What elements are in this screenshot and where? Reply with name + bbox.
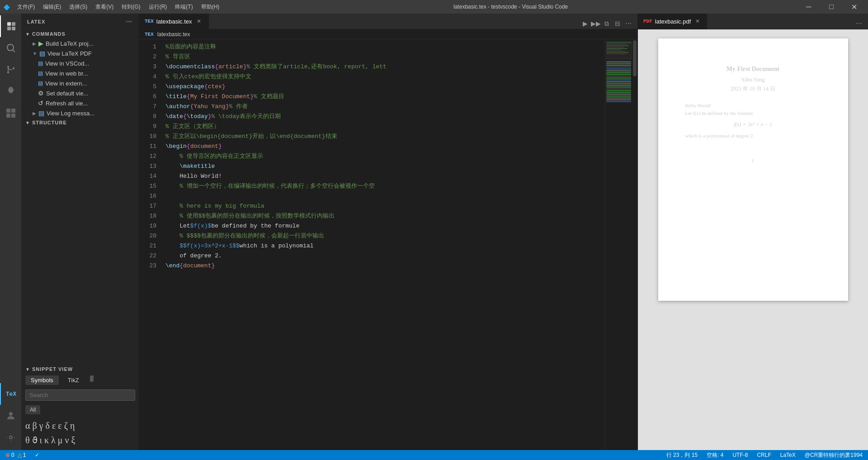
commands-section-header[interactable]: ▼ COMMANDS bbox=[22, 29, 139, 38]
statusbar: ⊗ 0 △ 1 ✓ 行 23，列 15 空格: 4 UTF-8 CRLF LaT… bbox=[0, 450, 868, 460]
pdf-formula-text1: Let f(x) be defined by the formule bbox=[685, 109, 821, 117]
pdf-formula: f(x) = 3x² + x − 1 bbox=[685, 120, 821, 128]
sidebar-more-button[interactable]: ⋯ bbox=[124, 17, 133, 26]
tab-filename: latexbasic.tex bbox=[156, 18, 192, 25]
menu-help[interactable]: 帮助(H) bbox=[198, 1, 223, 13]
activity-git[interactable] bbox=[0, 59, 22, 81]
breadcrumb-file[interactable]: latexbasic.tex bbox=[157, 31, 190, 38]
run-all-button[interactable]: ▶▶ bbox=[590, 18, 601, 29]
activity-account[interactable] bbox=[0, 405, 22, 427]
tab-tikz[interactable]: TikZ bbox=[62, 375, 85, 385]
layout-button[interactable]: ⊟ bbox=[612, 18, 623, 29]
line-num-8: 8 bbox=[139, 112, 156, 122]
run-button[interactable]: ▶ bbox=[580, 18, 590, 29]
scrollbar[interactable] bbox=[632, 39, 637, 450]
code-editor[interactable]: %后面的内容是注释 % 导言区 \documentclass{article} … bbox=[162, 39, 605, 450]
code-line-12: % 使导言区的内容在正文区显示 bbox=[162, 152, 605, 161]
statusbar-line-ending[interactable]: CRLF bbox=[755, 452, 773, 458]
code-line-21: $$f(x)=3x^2+x-1$$ which is a polynomial bbox=[162, 241, 605, 251]
editor-content: 1 2 3 4 5 6 7 8 9 10 11 12 13 14 15 16 1… bbox=[139, 39, 637, 450]
filter-all-button[interactable]: All bbox=[25, 405, 40, 414]
line-numbers: 1 2 3 4 5 6 7 8 9 10 11 12 13 14 15 16 1… bbox=[139, 39, 162, 450]
menu-select[interactable]: 选择(S) bbox=[66, 1, 91, 13]
snippet-section-header[interactable]: ▼ SNIPPET VIEW bbox=[22, 365, 139, 374]
check-icon: ✓ bbox=[35, 452, 39, 458]
activity-explorer[interactable] bbox=[0, 15, 22, 37]
sidebar-item-view-extern[interactable]: ▤ View in extern... bbox=[22, 78, 139, 88]
sidebar-item-build[interactable]: ▶ ▶ Build LaTeX proj... bbox=[22, 38, 139, 48]
snippet-filter: All bbox=[22, 403, 139, 416]
activity-search[interactable] bbox=[0, 37, 22, 59]
sidebar-item-view-log[interactable]: ▶ ▤ View Log messa... bbox=[22, 108, 139, 118]
titlebar: ◆ 文件(F) 编辑(E) 选择(S) 查看(V) 转到(G) 运行(R) 终端… bbox=[0, 0, 868, 14]
snippet-search-input[interactable] bbox=[25, 389, 135, 401]
pdf-page-number: 1 bbox=[685, 158, 821, 163]
line-num-20: 20 bbox=[139, 231, 156, 241]
menu-file[interactable]: 文件(F) bbox=[14, 1, 38, 13]
statusbar-branch[interactable]: @CR重特独行的萧1994 bbox=[803, 451, 864, 459]
split-editor-button[interactable]: ⧉ bbox=[601, 18, 612, 29]
statusbar-check[interactable]: ✓ bbox=[33, 452, 41, 458]
sidebar-item-set-default[interactable]: ⚙ Set default vie... bbox=[22, 88, 139, 98]
statusbar-language[interactable]: LaTeX bbox=[778, 452, 797, 458]
statusbar-errors[interactable]: ⊗ 0 △ 1 bbox=[4, 452, 28, 458]
tab-symbols[interactable]: Symbols bbox=[25, 375, 59, 385]
menu-goto[interactable]: 转到(G) bbox=[118, 1, 144, 13]
code-line-8: \date{\today} % \today表示今天的日期 bbox=[162, 112, 605, 122]
svg-rect-12 bbox=[11, 109, 15, 113]
code-line-5: \usepackage{ctex} bbox=[162, 82, 605, 92]
line-num-22: 22 bbox=[139, 251, 156, 261]
minimap bbox=[605, 39, 632, 450]
tab-pdf[interactable]: PDF latexbasic.pdf ✕ bbox=[638, 14, 707, 29]
line-num-21: 21 bbox=[139, 241, 156, 251]
refresh-icon: ↺ bbox=[38, 100, 43, 107]
sidebar-item-view-pdf[interactable]: ▼ ▤ View LaTeX PDF bbox=[22, 48, 139, 58]
pdf-panel: PDF latexbasic.pdf ✕ ⋯ My First Document… bbox=[637, 14, 868, 450]
statusbar-spaces[interactable]: 空格: 4 bbox=[705, 451, 725, 459]
menu-edit[interactable]: 编辑(E) bbox=[39, 1, 65, 13]
code-line-22: of degree 2. bbox=[162, 251, 605, 261]
sidebar: LATEX ⋯ ▼ COMMANDS ▶ ▶ Build LaTeX proj.… bbox=[22, 14, 139, 450]
activity-tex[interactable]: TeX bbox=[0, 383, 22, 405]
sidebar-item-view-vscode[interactable]: ▤ View in VSCod... bbox=[22, 58, 139, 68]
git-branch-label: @CR重特独行的萧1994 bbox=[805, 451, 863, 459]
editor-more-button[interactable]: ⋯ bbox=[623, 18, 634, 29]
pdf-doc-title: My First Document bbox=[685, 66, 821, 73]
statusbar-encoding[interactable]: UTF-8 bbox=[731, 452, 750, 458]
tab-close-button[interactable]: ✕ bbox=[195, 17, 203, 25]
activity-debug[interactable] bbox=[0, 81, 22, 102]
editor-tab-actions: ▶ ▶▶ ⧉ ⊟ ⋯ bbox=[576, 18, 637, 29]
snippet-search-container bbox=[22, 387, 139, 403]
menu-run[interactable]: 运行(R) bbox=[145, 1, 171, 13]
statusbar-right: 行 23，列 15 空格: 4 UTF-8 CRLF LaTeX @CR重特独行… bbox=[665, 451, 864, 459]
activity-extensions[interactable] bbox=[0, 102, 22, 124]
menu-view[interactable]: 查看(V) bbox=[92, 1, 117, 13]
cursor-position: 行 23，列 15 bbox=[666, 451, 698, 459]
statusbar-position[interactable]: 行 23，列 15 bbox=[665, 451, 699, 459]
pdf-tab-close-button[interactable]: ✕ bbox=[693, 17, 702, 25]
code-line-6: \title{My First Document} % 文档题目 bbox=[162, 92, 605, 102]
activity-settings[interactable] bbox=[0, 427, 22, 448]
pdf-actions: ⋯ bbox=[850, 18, 868, 29]
sidebar-item-refresh[interactable]: ↺ Refresh all vie... bbox=[22, 98, 139, 108]
pdf-content: My First Document Yahu Yang 2021 年 10 月 … bbox=[638, 29, 868, 450]
maximize-button[interactable]: □ bbox=[821, 0, 842, 14]
language-label: LaTeX bbox=[780, 452, 796, 458]
menu-bar: 文件(F) 编辑(E) 选择(S) 查看(V) 转到(G) 运行(R) 终端(T… bbox=[14, 1, 223, 13]
pdf-icon: PDF bbox=[643, 19, 652, 24]
file-icon2: ▤ bbox=[38, 70, 43, 76]
structure-section-header[interactable]: ▼ STRUCTURE bbox=[22, 118, 139, 127]
svg-rect-3 bbox=[12, 27, 15, 30]
close-button[interactable]: ✕ bbox=[844, 0, 864, 14]
pdf-more-button[interactable]: ⋯ bbox=[854, 18, 864, 29]
line-num-4: 4 bbox=[139, 72, 156, 82]
sidebar-item-view-web[interactable]: ▤ View in web br... bbox=[22, 68, 139, 78]
tab-latexbasic[interactable]: TEX latexbasic.tex ✕ bbox=[139, 14, 209, 29]
code-line-1: %后面的内容是注释 bbox=[162, 42, 605, 52]
code-line-2: % 导言区 bbox=[162, 52, 605, 62]
scrollbar-thumb[interactable] bbox=[633, 40, 637, 76]
minimize-button[interactable]: ─ bbox=[798, 0, 819, 14]
code-line-14: Hello World! bbox=[162, 171, 605, 181]
line-num-23: 23 bbox=[139, 261, 156, 271]
menu-terminal[interactable]: 终端(T) bbox=[171, 1, 196, 13]
